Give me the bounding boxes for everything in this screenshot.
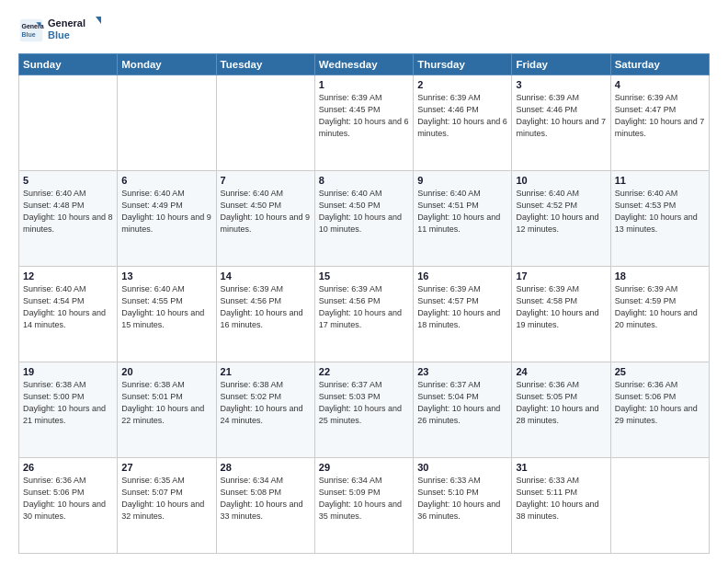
calendar-cell: 27Sunrise: 6:35 AM Sunset: 5:07 PM Dayli… [118, 458, 216, 554]
day-number: 4 [615, 79, 705, 90]
weekday-header-tuesday: Tuesday [216, 54, 314, 75]
weekday-header-monday: Monday [118, 54, 216, 75]
week-row-2: 5Sunrise: 6:40 AM Sunset: 4:48 PM Daylig… [19, 171, 710, 267]
calendar-cell: 20Sunrise: 6:38 AM Sunset: 5:01 PM Dayli… [118, 362, 216, 458]
day-info: Sunrise: 6:40 AM Sunset: 4:49 PM Dayligh… [121, 188, 211, 236]
day-number: 13 [121, 270, 211, 282]
week-row-4: 19Sunrise: 6:38 AM Sunset: 5:00 PM Dayli… [19, 362, 710, 458]
calendar-cell: 16Sunrise: 6:39 AM Sunset: 4:57 PM Dayli… [414, 267, 512, 362]
calendar-cell [19, 75, 118, 171]
logo-icon: General Blue [18, 17, 44, 43]
week-row-1: 1Sunrise: 6:39 AM Sunset: 4:45 PM Daylig… [19, 75, 710, 171]
calendar-cell: 11Sunrise: 6:40 AM Sunset: 4:53 PM Dayli… [610, 171, 709, 267]
day-number: 23 [417, 366, 507, 377]
day-info: Sunrise: 6:39 AM Sunset: 4:59 PM Dayligh… [615, 283, 705, 331]
day-number: 3 [516, 79, 606, 90]
calendar-cell: 28Sunrise: 6:34 AM Sunset: 5:08 PM Dayli… [216, 458, 314, 554]
calendar-cell: 18Sunrise: 6:39 AM Sunset: 4:59 PM Dayli… [610, 267, 709, 362]
day-number: 28 [221, 462, 311, 473]
day-number: 25 [615, 366, 705, 377]
day-info: Sunrise: 6:39 AM Sunset: 4:46 PM Dayligh… [417, 92, 507, 140]
day-number: 10 [516, 175, 606, 186]
day-info: Sunrise: 6:39 AM Sunset: 4:45 PM Dayligh… [319, 92, 409, 140]
day-info: Sunrise: 6:39 AM Sunset: 4:58 PM Dayligh… [516, 283, 606, 331]
calendar-cell: 7Sunrise: 6:40 AM Sunset: 4:50 PM Daylig… [216, 171, 314, 267]
day-info: Sunrise: 6:37 AM Sunset: 5:04 PM Dayligh… [417, 379, 507, 427]
day-info: Sunrise: 6:35 AM Sunset: 5:07 PM Dayligh… [121, 475, 211, 523]
svg-marker-7 [96, 17, 101, 24]
svg-text:Blue: Blue [48, 29, 70, 40]
calendar-cell: 30Sunrise: 6:33 AM Sunset: 5:10 PM Dayli… [414, 458, 512, 554]
day-number: 18 [615, 270, 705, 282]
day-info: Sunrise: 6:40 AM Sunset: 4:52 PM Dayligh… [516, 188, 606, 236]
day-number: 5 [23, 175, 113, 186]
calendar-cell: 10Sunrise: 6:40 AM Sunset: 4:52 PM Dayli… [512, 171, 610, 267]
weekday-header-friday: Friday [512, 54, 610, 75]
day-info: Sunrise: 6:36 AM Sunset: 5:06 PM Dayligh… [615, 379, 705, 427]
calendar-cell: 6Sunrise: 6:40 AM Sunset: 4:49 PM Daylig… [118, 171, 216, 267]
calendar-cell: 21Sunrise: 6:38 AM Sunset: 5:02 PM Dayli… [216, 362, 314, 458]
day-number: 31 [516, 462, 606, 473]
day-number: 12 [23, 270, 113, 282]
day-number: 29 [319, 462, 409, 473]
calendar-cell [610, 458, 709, 554]
weekday-header-saturday: Saturday [610, 54, 709, 75]
calendar-cell: 4Sunrise: 6:39 AM Sunset: 4:47 PM Daylig… [610, 75, 709, 171]
calendar-cell: 25Sunrise: 6:36 AM Sunset: 5:06 PM Dayli… [610, 362, 709, 458]
day-info: Sunrise: 6:39 AM Sunset: 4:56 PM Dayligh… [221, 283, 311, 331]
calendar-cell: 17Sunrise: 6:39 AM Sunset: 4:58 PM Dayli… [512, 267, 610, 362]
day-number: 8 [319, 175, 409, 186]
day-number: 11 [615, 175, 705, 186]
day-info: Sunrise: 6:39 AM Sunset: 4:46 PM Dayligh… [516, 92, 606, 140]
weekday-header-row: SundayMondayTuesdayWednesdayThursdayFrid… [19, 54, 710, 75]
day-number: 22 [319, 366, 409, 377]
day-info: Sunrise: 6:40 AM Sunset: 4:50 PM Dayligh… [221, 188, 311, 236]
week-row-5: 26Sunrise: 6:36 AM Sunset: 5:06 PM Dayli… [19, 458, 710, 554]
day-info: Sunrise: 6:38 AM Sunset: 5:00 PM Dayligh… [23, 379, 113, 427]
weekday-header-wednesday: Wednesday [314, 54, 413, 75]
day-info: Sunrise: 6:40 AM Sunset: 4:53 PM Dayligh… [615, 188, 705, 236]
calendar-cell: 19Sunrise: 6:38 AM Sunset: 5:00 PM Dayli… [19, 362, 118, 458]
calendar-cell: 3Sunrise: 6:39 AM Sunset: 4:46 PM Daylig… [512, 75, 610, 171]
calendar-cell: 13Sunrise: 6:40 AM Sunset: 4:55 PM Dayli… [118, 267, 216, 362]
day-number: 6 [121, 175, 211, 186]
day-number: 16 [417, 270, 507, 282]
svg-text:Blue: Blue [22, 31, 36, 38]
day-number: 15 [319, 270, 409, 282]
calendar-cell: 24Sunrise: 6:36 AM Sunset: 5:05 PM Dayli… [512, 362, 610, 458]
calendar-cell: 15Sunrise: 6:39 AM Sunset: 4:56 PM Dayli… [314, 267, 413, 362]
day-info: Sunrise: 6:34 AM Sunset: 5:08 PM Dayligh… [221, 475, 311, 523]
day-number: 7 [221, 175, 311, 186]
calendar-page: General Blue General Blue SundayMondayTu… [0, 0, 728, 563]
day-info: Sunrise: 6:39 AM Sunset: 4:47 PM Dayligh… [615, 92, 705, 140]
day-info: Sunrise: 6:40 AM Sunset: 4:48 PM Dayligh… [23, 188, 113, 236]
day-number: 30 [417, 462, 507, 473]
day-number: 14 [221, 270, 311, 282]
day-number: 2 [417, 79, 507, 90]
calendar-cell: 8Sunrise: 6:40 AM Sunset: 4:50 PM Daylig… [314, 171, 413, 267]
day-info: Sunrise: 6:36 AM Sunset: 5:05 PM Dayligh… [516, 379, 606, 427]
day-info: Sunrise: 6:33 AM Sunset: 5:11 PM Dayligh… [516, 475, 606, 523]
day-number: 26 [23, 462, 113, 473]
day-number: 17 [516, 270, 606, 282]
day-number: 20 [121, 366, 211, 377]
calendar-cell: 2Sunrise: 6:39 AM Sunset: 4:46 PM Daylig… [414, 75, 512, 171]
day-number: 9 [417, 175, 507, 186]
logo: General Blue General Blue [18, 15, 103, 46]
calendar-cell: 29Sunrise: 6:34 AM Sunset: 5:09 PM Dayli… [314, 458, 413, 554]
calendar-cell [118, 75, 216, 171]
week-row-3: 12Sunrise: 6:40 AM Sunset: 4:54 PM Dayli… [19, 267, 710, 362]
calendar-cell: 5Sunrise: 6:40 AM Sunset: 4:48 PM Daylig… [19, 171, 118, 267]
calendar-cell: 26Sunrise: 6:36 AM Sunset: 5:06 PM Dayli… [19, 458, 118, 554]
svg-text:General: General [48, 17, 85, 29]
calendar-cell: 22Sunrise: 6:37 AM Sunset: 5:03 PM Dayli… [314, 362, 413, 458]
day-number: 19 [23, 366, 113, 377]
day-info: Sunrise: 6:39 AM Sunset: 4:57 PM Dayligh… [417, 283, 507, 331]
day-number: 1 [319, 79, 409, 90]
day-info: Sunrise: 6:40 AM Sunset: 4:55 PM Dayligh… [121, 283, 211, 331]
day-info: Sunrise: 6:40 AM Sunset: 4:54 PM Dayligh… [23, 283, 113, 331]
day-info: Sunrise: 6:39 AM Sunset: 4:56 PM Dayligh… [319, 283, 409, 331]
calendar-cell: 9Sunrise: 6:40 AM Sunset: 4:51 PM Daylig… [414, 171, 512, 267]
day-info: Sunrise: 6:34 AM Sunset: 5:09 PM Dayligh… [319, 475, 409, 523]
calendar-table: SundayMondayTuesdayWednesdayThursdayFrid… [18, 53, 710, 554]
